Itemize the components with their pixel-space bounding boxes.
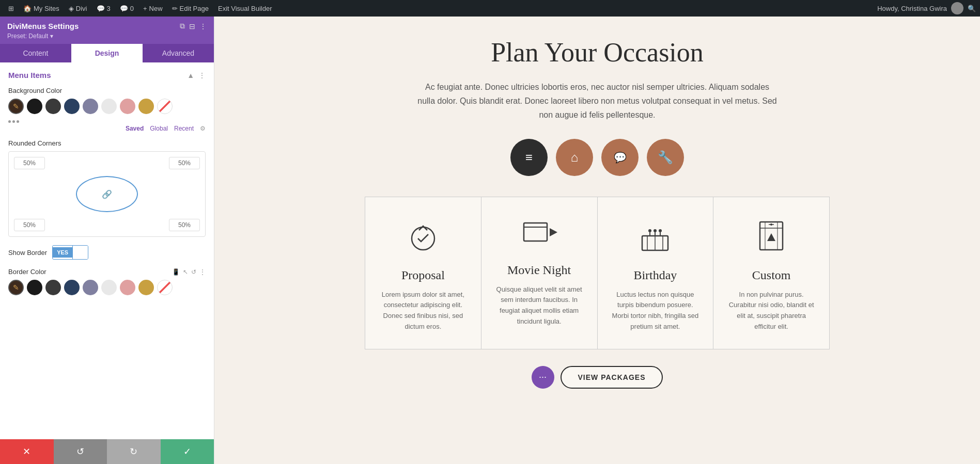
cancel-button[interactable]: ✕ — [0, 439, 54, 464]
svg-point-11 — [648, 229, 651, 232]
color-swatch-blue-border[interactable] — [64, 280, 80, 295]
comments-link[interactable]: 💬 3 — [92, 0, 115, 17]
my-sites-label: My Sites — [34, 5, 59, 12]
home-menu-icon: ⌂ — [571, 150, 579, 165]
global-label[interactable]: Global — [150, 125, 168, 132]
dots-icon[interactable]: ⋮ — [199, 268, 206, 276]
confirm-button[interactable]: ✓ — [161, 439, 214, 464]
color-swatch-light-border[interactable] — [101, 280, 117, 295]
messages-link[interactable]: 💬 0 — [116, 0, 138, 17]
edit-page-link[interactable]: ✏ Edit Page — [168, 0, 213, 17]
color-swatch-darkgray-bg[interactable] — [45, 99, 61, 114]
color-swatch-pencil-bg[interactable]: ✎ — [8, 99, 24, 114]
top-left-input[interactable]: 50% — [14, 157, 45, 169]
tab-advanced[interactable]: Advanced — [143, 44, 214, 62]
window-icon[interactable]: ⧉ — [180, 22, 185, 30]
color-swatch-darkgray-border[interactable] — [45, 280, 61, 295]
confirm-icon: ✓ — [183, 446, 191, 457]
divi-link[interactable]: ◈ Divi — [65, 0, 91, 17]
color-swatch-black-bg[interactable] — [27, 99, 42, 114]
wrench-menu-icon: 🔧 — [658, 150, 673, 165]
color-swatch-gold-bg[interactable] — [138, 99, 154, 114]
menu-icon-wrench[interactable]: 🔧 — [647, 139, 684, 176]
search-icon[interactable]: 🔍 — [968, 5, 976, 12]
more-icon[interactable]: ⋮ — [199, 22, 207, 30]
color-swatch-pink-border[interactable] — [120, 280, 135, 295]
color-swatch-slash-border[interactable] — [157, 280, 173, 295]
top-right-input[interactable]: 50% — [169, 157, 200, 169]
bottom-left-input[interactable]: 50% — [14, 219, 45, 231]
view-packages-button[interactable]: VIEW PACKAGES — [561, 366, 663, 389]
panel-title-row: DiviMenus Settings ⧉ ⊟ ⋮ — [7, 22, 207, 30]
reset-icon[interactable]: ↺ — [191, 268, 196, 276]
tab-content[interactable]: Content — [0, 44, 71, 62]
show-border-toggle[interactable]: YES — [52, 245, 88, 260]
three-dots-icon: ··· — [539, 372, 547, 382]
undo-button[interactable]: ↺ — [54, 439, 107, 464]
wp-logo[interactable]: ⊞ — [4, 0, 18, 17]
color-swatch-pink-bg[interactable] — [120, 99, 135, 114]
color-swatch-light-bg[interactable] — [101, 99, 117, 114]
bottom-right-input[interactable]: 50% — [169, 219, 200, 231]
menu-icon-home[interactable]: ⌂ — [556, 139, 593, 176]
cancel-icon: ✕ — [23, 446, 30, 457]
device-icon[interactable]: 📱 — [172, 268, 180, 276]
custom-text: In non pulvinar purus. Curabitur nisi od… — [726, 290, 817, 332]
color-swatch-slash-bg[interactable] — [157, 99, 173, 114]
color-swatch-purple-border[interactable] — [83, 280, 98, 295]
background-color-swatches: ✎ — [8, 99, 206, 114]
card-proposal: Proposal Lorem ipsum dolor sit amet, con… — [365, 197, 481, 349]
link-icon[interactable]: 🔗 — [102, 189, 112, 199]
avatar — [951, 2, 963, 14]
new-link[interactable]: + New — [139, 0, 167, 17]
admin-bar-right: Howdy, Christina Gwira 🔍 — [877, 2, 976, 14]
saved-label[interactable]: Saved — [126, 125, 144, 132]
top-right-corner: 50% — [164, 157, 200, 169]
redo-button[interactable]: ↻ — [107, 439, 161, 464]
corner-grid: 50% 50% 🔗 50% — [14, 157, 200, 231]
dot1 — [8, 120, 11, 123]
panel-preset[interactable]: Preset: Default ▾ — [7, 33, 207, 40]
oval-visual: 🔗 — [76, 176, 138, 212]
home-icon: 🏠 — [23, 5, 32, 12]
section-header-icons: ▲ ⋮ — [187, 71, 206, 79]
divi-icon: ◈ — [69, 5, 74, 12]
color-swatch-gold-border[interactable] — [138, 280, 154, 295]
toggle-slider — [72, 246, 88, 259]
three-dots-button[interactable]: ··· — [532, 366, 554, 389]
bottom-left-corner: 50% — [14, 219, 50, 231]
message-icon: 💬 — [120, 5, 128, 12]
show-border-row: Show Border YES — [8, 245, 206, 260]
cursor-icon[interactable]: ↖ — [183, 268, 188, 276]
edit-icon: ✏ — [172, 5, 178, 12]
my-sites-link[interactable]: 🏠 My Sites — [19, 0, 64, 17]
dot3 — [17, 120, 19, 123]
exit-visual-builder-link[interactable]: Exit Visual Builder — [214, 0, 276, 17]
color-swatch-black-border[interactable] — [27, 280, 42, 295]
proposal-title: Proposal — [401, 268, 445, 282]
bottom-action-bar: ✕ ↺ ↻ ✓ — [0, 439, 214, 464]
svg-point-0 — [412, 227, 434, 250]
recent-label[interactable]: Recent — [174, 125, 194, 132]
color-swatch-purple-bg[interactable] — [83, 99, 98, 114]
undo-icon: ↺ — [76, 446, 84, 457]
card-custom: Custom In non pulvinar purus. Curabitur … — [713, 197, 829, 349]
custom-title: Custom — [752, 268, 791, 282]
collapse-icon[interactable]: ▲ — [187, 71, 194, 79]
layout-icon[interactable]: ⊟ — [189, 22, 195, 30]
gear-icon[interactable]: ⚙ — [200, 125, 206, 132]
menu-icon-hamburger[interactable]: ≡ — [510, 139, 548, 176]
bottom-right-corner: 50% — [164, 219, 200, 231]
svg-point-12 — [654, 229, 657, 232]
color-swatch-blue-bg[interactable] — [64, 99, 80, 114]
proposal-text: Lorem ipsum dolor sit amet, consectetur … — [378, 290, 469, 332]
color-swatch-pencil-border[interactable]: ✎ — [8, 280, 24, 295]
tab-design[interactable]: Design — [71, 44, 143, 62]
section-more-icon[interactable]: ⋮ — [198, 71, 206, 79]
rounded-corners-box: 50% 50% 🔗 50% — [8, 151, 206, 237]
show-border-label: Show Border — [8, 249, 47, 257]
toggle-yes-label: YES — [53, 247, 72, 258]
saved-global-row: Saved Global Recent ⚙ — [8, 125, 206, 132]
border-color-label-row: Border Color 📱 ↖ ↺ ⋮ — [8, 268, 206, 276]
menu-icon-chat[interactable]: 💬 — [601, 139, 639, 176]
